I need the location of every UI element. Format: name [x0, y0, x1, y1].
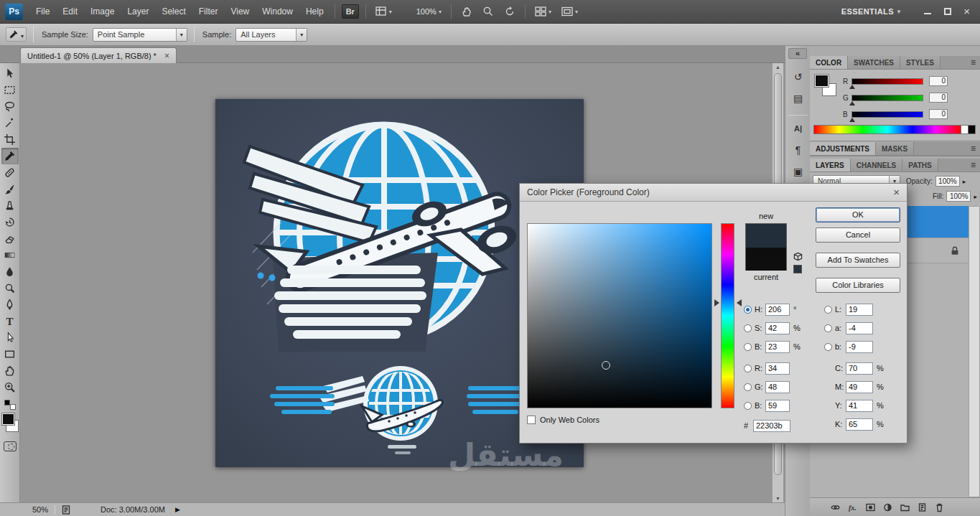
yellow-input[interactable] [846, 400, 873, 412]
launch-bridge-button[interactable]: Br [342, 4, 359, 19]
rectangular-marquee-tool[interactable] [1, 82, 19, 98]
tab-channels[interactable]: CHANNELS [851, 159, 903, 172]
type-tool[interactable]: T [1, 313, 19, 329]
rectangle-tool[interactable] [1, 346, 19, 362]
screen-mode-button[interactable]: ▾ [559, 4, 581, 19]
paragraph-panel-icon[interactable]: ¶ [789, 141, 807, 159]
saturation-input[interactable] [765, 322, 790, 334]
panel-menu-icon[interactable]: ≡ [966, 159, 980, 172]
blue-value[interactable]: 0 [929, 109, 948, 119]
layers-scrollbar[interactable] [969, 206, 980, 497]
spectrum-black-swatch[interactable] [969, 125, 976, 134]
sample-size-dropdown[interactable]: Point Sample ▾ [93, 28, 187, 42]
view-extras-button[interactable]: ▾ [373, 4, 395, 19]
menu-layer[interactable]: Layer [121, 0, 155, 23]
opacity-value[interactable]: 100% [935, 176, 960, 187]
menu-help[interactable]: Help [299, 0, 330, 23]
blue-slider[interactable] [851, 111, 923, 118]
sample-dropdown[interactable]: All Layers ▾ [235, 28, 307, 42]
pen-tool[interactable] [1, 296, 19, 313]
crop-tool[interactable] [1, 131, 19, 148]
color-field-marker[interactable] [602, 361, 610, 370]
tab-color[interactable]: COLOR [810, 56, 848, 69]
minimize-button[interactable] [923, 7, 932, 16]
lab-b-radio[interactable] [824, 343, 832, 351]
blue-input[interactable] [765, 400, 790, 412]
dialog-close-icon[interactable]: × [893, 187, 900, 197]
menu-image[interactable]: Image [84, 0, 121, 23]
red-input[interactable] [765, 362, 790, 375]
delete-layer-icon[interactable] [934, 502, 945, 512]
web-safe-cube-icon[interactable] [793, 252, 803, 261]
lab-l-radio[interactable] [824, 306, 832, 314]
lab-l-input[interactable] [846, 304, 873, 316]
red-value[interactable]: 0 [929, 76, 948, 86]
cancel-button[interactable]: Cancel [816, 227, 900, 243]
opacity-spinner-icon[interactable]: ▸ [963, 178, 966, 185]
lab-a-radio[interactable] [824, 324, 832, 332]
dialog-title-bar[interactable]: Color Picker (Foreground Color) × [520, 184, 907, 202]
zoom-level-control[interactable]: 100% ▾ [399, 4, 444, 19]
arrange-documents-button[interactable]: ▾ [532, 4, 554, 19]
panel-foreground-swatch[interactable] [814, 74, 829, 88]
menu-edit[interactable]: Edit [56, 0, 84, 23]
green-value[interactable]: 0 [929, 93, 948, 103]
link-layers-icon[interactable] [830, 502, 841, 512]
tab-close-icon[interactable]: × [164, 52, 169, 60]
spot-healing-brush-tool[interactable] [1, 164, 19, 181]
tab-paths[interactable]: PATHS [902, 159, 938, 172]
web-safe-color-swatch[interactable] [793, 265, 802, 273]
hue-slider[interactable] [721, 223, 734, 408]
clone-stamp-tool[interactable] [1, 197, 19, 214]
tool-preset-picker[interactable]: ▾ [6, 27, 27, 42]
slider-thumb[interactable] [849, 85, 855, 89]
lab-b-input[interactable] [846, 341, 873, 353]
add-to-swatches-button[interactable]: Add To Swatches [816, 253, 900, 268]
hand-tool-button[interactable] [458, 4, 475, 19]
spectrum-white-swatch[interactable] [961, 125, 969, 134]
expand-panels-button[interactable]: « [788, 48, 807, 59]
eyedropper-tool[interactable] [1, 148, 19, 164]
only-web-colors-checkbox[interactable] [527, 416, 536, 424]
scroll-down-icon[interactable]: ▼ [775, 496, 780, 501]
saturation-radio[interactable] [744, 324, 752, 332]
quick-selection-tool[interactable] [1, 115, 19, 131]
character-panel-icon[interactable]: A| [789, 120, 807, 137]
add-layer-mask-icon[interactable] [865, 502, 876, 512]
red-slider[interactable] [851, 78, 923, 85]
color-spectrum-ramp[interactable] [813, 125, 961, 134]
menu-select[interactable]: Select [155, 0, 192, 23]
path-selection-tool[interactable] [1, 329, 19, 346]
gradient-tool[interactable] [1, 247, 19, 263]
current-color-swatch[interactable] [746, 248, 786, 271]
layer-effects-icon[interactable]: fx. [847, 502, 859, 512]
red-radio[interactable] [744, 365, 752, 372]
panel-menu-icon[interactable]: ≡ [966, 142, 980, 155]
menu-window[interactable]: Window [256, 0, 299, 23]
scroll-up-icon[interactable]: ▲ [775, 65, 780, 70]
fill-spinner-icon[interactable]: ▸ [974, 193, 977, 200]
new-group-icon[interactable] [900, 502, 910, 512]
hue-slider-right-arrow-icon[interactable] [737, 299, 742, 306]
info-panel-icon[interactable]: ▤ [789, 90, 807, 107]
history-brush-tool[interactable] [1, 214, 19, 230]
lab-a-input[interactable] [846, 322, 873, 334]
color-libraries-button[interactable]: Color Libraries [816, 278, 900, 293]
menu-view[interactable]: View [224, 0, 256, 23]
eraser-tool[interactable] [1, 230, 19, 247]
tab-styles[interactable]: STYLES [900, 56, 941, 69]
status-zoom-value[interactable]: 50% [32, 505, 48, 514]
brush-tool[interactable] [1, 181, 19, 197]
status-flyout-arrow[interactable]: ▶ [175, 506, 180, 513]
slider-thumb[interactable] [849, 101, 855, 105]
menu-file[interactable]: File [29, 0, 56, 23]
black-input[interactable] [846, 418, 873, 431]
cyan-input[interactable] [846, 362, 873, 375]
lasso-tool[interactable] [1, 98, 19, 115]
green-slider[interactable] [851, 95, 923, 101]
blur-tool[interactable] [1, 263, 19, 280]
tab-adjustments[interactable]: ADJUSTMENTS [810, 142, 876, 155]
document-tab[interactable]: Untitled-1 @ 50% (Layer 1, RGB/8) * × [20, 47, 177, 63]
brightness-input[interactable] [765, 341, 790, 353]
tab-layers[interactable]: LAYERS [810, 159, 851, 172]
